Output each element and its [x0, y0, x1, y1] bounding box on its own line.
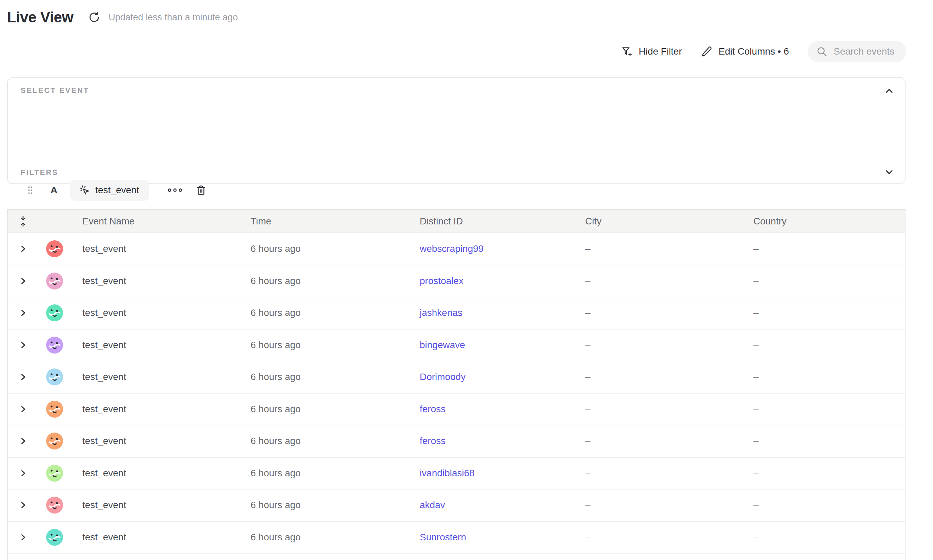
expand-row-chevron-icon[interactable] — [8, 405, 38, 414]
page-header: Live View Updated less than a minute ago — [7, 9, 238, 26]
select-event-section-label: SELECT EVENT — [21, 86, 89, 95]
event-table-row: test_event 6 hours ago akdav – – — [8, 489, 905, 522]
search-box[interactable] — [808, 41, 906, 62]
country-cell: – — [747, 308, 905, 318]
city-cell: – — [578, 435, 747, 446]
series-letter-label: A — [51, 185, 57, 195]
avatar-cell — [38, 497, 75, 514]
country-cell: – — [747, 500, 905, 511]
event-name-cell: test_event — [75, 243, 244, 254]
city-cell: – — [578, 468, 747, 478]
filter-plus-icon — [621, 46, 633, 57]
edit-columns-button[interactable]: Edit Columns • 6 — [701, 46, 789, 57]
distinct-id-link[interactable]: bingewave — [420, 340, 465, 350]
country-cell: – — [747, 275, 905, 286]
event-table-row: test_event 6 hours ago feross – – — [8, 425, 905, 458]
city-cell: – — [578, 243, 747, 254]
user-avatar — [46, 465, 63, 482]
distinct-id-link[interactable]: feross — [420, 435, 445, 446]
user-avatar — [46, 272, 63, 289]
avatar-cell — [38, 529, 75, 546]
avatar-cell — [38, 337, 75, 354]
time-cell: 6 hours ago — [244, 308, 413, 318]
event-name-cell: test_event — [75, 500, 244, 511]
avatar-cell — [38, 401, 75, 418]
expand-row-chevron-icon[interactable] — [8, 468, 38, 478]
pencil-icon — [701, 46, 713, 57]
table-body: test_event 6 hours ago webscraping99 – –… — [8, 233, 905, 554]
event-name-cell: test_event — [75, 404, 244, 415]
collapse-all-rows-icon[interactable] — [8, 215, 38, 227]
time-cell: 6 hours ago — [244, 532, 413, 543]
avatar-cell — [38, 368, 75, 385]
user-avatar — [46, 305, 63, 322]
event-name-cell: test_event — [75, 532, 244, 543]
expand-row-chevron-icon[interactable] — [8, 436, 38, 446]
cursor-click-icon — [79, 185, 90, 195]
page-title: Live View — [7, 9, 73, 26]
expand-row-chevron-icon[interactable] — [8, 308, 38, 318]
column-header-distinct-id: Distinct ID — [413, 216, 578, 227]
distinct-id-link[interactable]: jashkenas — [420, 308, 462, 318]
column-header-time: Time — [244, 216, 413, 227]
hide-filter-label: Hide Filter — [639, 46, 682, 57]
distinct-id-link[interactable]: webscraping99 — [420, 243, 483, 254]
expand-row-chevron-icon[interactable] — [8, 340, 38, 350]
city-cell: – — [578, 500, 747, 511]
table-header-row: Event Name Time Distinct ID City Country — [8, 209, 905, 233]
time-cell: 6 hours ago — [244, 500, 413, 511]
expand-row-chevron-icon[interactable] — [8, 372, 38, 382]
expand-row-chevron-icon[interactable] — [8, 532, 38, 542]
event-table-row: test_event 6 hours ago feross – – — [8, 394, 905, 426]
search-input[interactable] — [834, 46, 901, 57]
user-avatar — [46, 401, 63, 418]
country-cell: – — [747, 340, 905, 351]
distinct-id-link[interactable]: ivandiblasi68 — [420, 468, 475, 478]
distinct-id-link[interactable]: akdav — [420, 500, 445, 510]
event-table-row: test_event 6 hours ago ivandiblasi68 – – — [8, 458, 905, 490]
event-table-row: test_event 6 hours ago prostoalex – – — [8, 265, 905, 298]
column-header-country: Country — [747, 216, 905, 227]
event-table-row: test_event 6 hours ago jashkenas – – — [8, 297, 905, 329]
more-options-icon[interactable] — [164, 185, 186, 196]
country-cell: – — [747, 468, 905, 478]
column-header-city: City — [578, 216, 747, 227]
country-cell: – — [747, 243, 905, 254]
country-cell: – — [747, 404, 905, 415]
drag-handle-icon[interactable] — [27, 186, 34, 195]
time-cell: 6 hours ago — [244, 435, 413, 446]
column-header-event-name: Event Name — [75, 216, 244, 227]
distinct-id-link[interactable]: feross — [420, 404, 445, 414]
avatar-cell — [38, 240, 75, 257]
user-avatar — [46, 337, 63, 354]
toolbar: Hide Filter Edit Columns • 6 — [621, 41, 906, 62]
collapse-section-chevron-up-icon[interactable] — [884, 85, 895, 96]
distinct-id-link[interactable]: Dorimoody — [420, 372, 465, 382]
expand-row-chevron-icon[interactable] — [8, 244, 38, 254]
query-builder-panel: SELECT EVENT A — [7, 77, 905, 184]
event-name-cell: test_event — [75, 275, 244, 286]
edit-columns-label: Edit Columns • 6 — [719, 46, 789, 57]
delete-event-trash-icon[interactable] — [195, 185, 207, 196]
hide-filter-button[interactable]: Hide Filter — [621, 46, 682, 57]
avatar-cell — [38, 465, 75, 482]
user-avatar — [46, 368, 63, 385]
expand-row-chevron-icon[interactable] — [8, 500, 38, 510]
refresh-button[interactable] — [88, 11, 101, 24]
country-cell: – — [747, 435, 905, 446]
city-cell: – — [578, 532, 747, 543]
event-table-row: test_event 6 hours ago Sunrostern – – — [8, 522, 905, 554]
event-name-cell: test_event — [75, 308, 244, 318]
time-cell: 6 hours ago — [244, 340, 413, 351]
country-cell: – — [747, 372, 905, 382]
expand-filters-chevron-down-icon[interactable] — [884, 167, 895, 178]
distinct-id-link[interactable]: Sunrostern — [420, 532, 466, 542]
distinct-id-link[interactable]: prostoalex — [420, 275, 463, 286]
event-chip-label: test_event — [95, 185, 139, 195]
events-table: Event Name Time Distinct ID City Country… — [7, 209, 905, 560]
filters-section[interactable]: FILTERS — [8, 161, 905, 183]
updated-status: Updated less than a minute ago — [108, 12, 238, 23]
user-avatar — [46, 529, 63, 546]
user-avatar — [46, 240, 63, 257]
expand-row-chevron-icon[interactable] — [8, 276, 38, 286]
